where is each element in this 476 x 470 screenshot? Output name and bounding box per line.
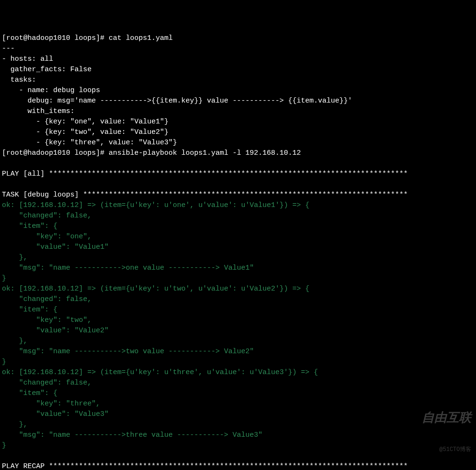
command-text: cat loops1.yaml: [109, 34, 173, 42]
ok-output-line: }: [2, 358, 6, 366]
recap-header: PLAY RECAP *****************************…: [2, 462, 408, 470]
ok-output-line: "item": {: [2, 389, 57, 397]
ok-output-line: "changed": false,: [2, 295, 92, 303]
yaml-line: ---: [2, 45, 15, 53]
ok-output-line: "msg": "name ----------->one value -----…: [2, 264, 254, 272]
yaml-line: debug: msg='name ----------->{{item.key}…: [2, 97, 352, 105]
ok-output-line: "msg": "name ----------->three value ---…: [2, 431, 262, 439]
ok-output-line: "value": "Value3": [2, 410, 109, 418]
ok-output-line: "key": "two",: [2, 316, 92, 324]
yaml-line: tasks:: [2, 76, 36, 84]
prompt: [root@hadoop1010 loops]#: [2, 34, 109, 42]
ok-output-line: "value": "Value1": [2, 243, 109, 251]
terminal-output[interactable]: [root@hadoop1010 loops]# cat loops1.yaml…: [2, 33, 474, 470]
ok-output-line: ok: [192.168.10.12] => (item={u'key': u'…: [2, 285, 309, 293]
ok-output-line: "key": "one",: [2, 233, 92, 241]
ok-output-line: "item": {: [2, 306, 57, 314]
yaml-line: - {key: "three", value: "Value3"}: [2, 139, 177, 147]
ok-output-line: ok: [192.168.10.12] => (item={u'key': u'…: [2, 368, 318, 376]
ok-output-line: },: [2, 254, 28, 262]
ok-output-line: },: [2, 337, 28, 345]
yaml-line: with_items:: [2, 107, 75, 115]
yaml-line: gather_facts: False: [2, 66, 92, 74]
ok-output-line: "item": {: [2, 222, 57, 230]
ok-output-line: "changed": false,: [2, 379, 92, 387]
ok-output-line: }: [2, 274, 6, 282]
yaml-line: - {key: "two", value: "Value2"}: [2, 128, 168, 136]
yaml-line: - hosts: all: [2, 55, 53, 63]
yaml-line: - name: debug loops: [2, 86, 100, 94]
play-header: PLAY [all] *****************************…: [2, 170, 408, 178]
ok-output-line: },: [2, 421, 28, 429]
command-text: ansible-playbook loops1.yaml -l 192.168.…: [109, 149, 301, 157]
ok-output-line: }: [2, 442, 6, 450]
task-header: TASK [debug loops] *********************…: [2, 191, 408, 199]
yaml-line: - {key: "one", value: "Value1"}: [2, 118, 168, 126]
ok-output-line: "key": "three",: [2, 400, 100, 408]
ok-output-line: "msg": "name ----------->two value -----…: [2, 348, 254, 356]
ok-output-line: "changed": false,: [2, 212, 92, 220]
ok-output-line: "value": "Value2": [2, 327, 109, 335]
prompt: [root@hadoop1010 loops]#: [2, 149, 109, 157]
ok-output-line: ok: [192.168.10.12] => (item={u'key': u'…: [2, 201, 309, 209]
